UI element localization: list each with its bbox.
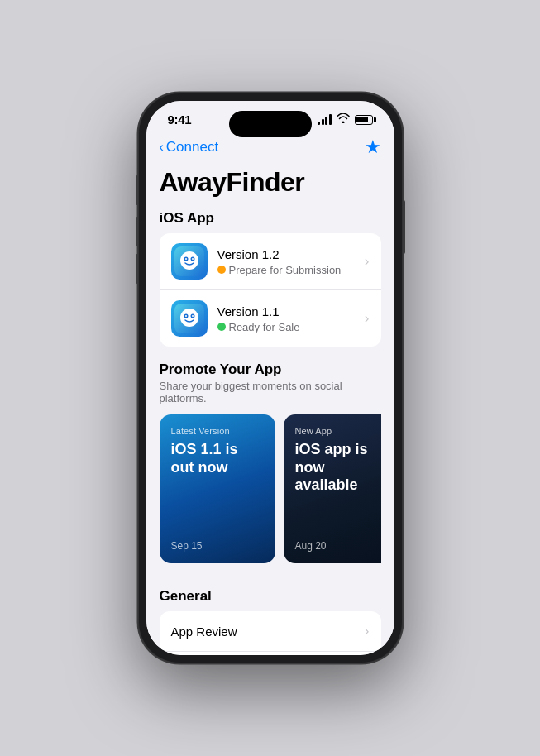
general-header: General [146,588,394,611]
version-row-2[interactable]: Version 1.1 Ready for Sale › [160,289,381,347]
general-section: General App Review › App Information › R… [146,573,394,655]
promote-card-1[interactable]: Latest Version iOS 1.1 is out now Sep 15 [160,414,275,563]
card-title-1: iOS 1.1 is out now [171,441,264,476]
promote-section: Promote Your App Share your biggest mome… [146,347,394,573]
version-status-text-2: Ready for Sale [229,321,300,333]
svg-point-1 [180,251,198,270]
card-title-2: iOS app is now available [295,441,381,495]
favorite-star-icon[interactable]: ★ [365,136,381,158]
versions-card: Version 1.2 Prepare for Submission › [160,233,381,347]
wifi-icon [337,113,350,126]
card-tag-2: New App [295,426,381,436]
row-chevron-1: › [365,253,370,270]
svg-point-11 [192,315,194,317]
phone-screen: 9:41 [146,101,394,655]
general-row-app-info[interactable]: App Information › [160,651,381,655]
back-label: Connect [166,139,218,156]
general-row-label-app-review: App Review [171,624,237,639]
dynamic-island [229,111,312,137]
card-date-1: Sep 15 [171,540,264,552]
chevron-app-review: › [365,623,370,639]
back-button[interactable]: ‹ Connect [160,139,219,156]
general-card: App Review › App Information › Ratings a… [160,611,381,655]
svg-point-7 [180,309,198,327]
app-title: AwayFinder [160,168,381,197]
version-info-2: Version 1.1 Ready for Sale [217,304,355,333]
version-status-2: Ready for Sale [217,321,355,333]
row-chevron-2: › [365,310,370,327]
promote-title: Promote Your App [160,361,381,378]
version-title-1: Version 1.2 [217,247,355,262]
back-chevron-icon: ‹ [160,140,164,155]
svg-point-10 [185,315,187,317]
version-status-1: Prepare for Submission [217,264,355,276]
card-date-2: Aug 20 [295,540,381,552]
general-row-app-review[interactable]: App Review › [160,611,381,651]
app-title-section: AwayFinder [146,161,394,207]
signal-icon [318,114,332,125]
app-icon-v11 [171,300,208,337]
promote-card-2[interactable]: New App iOS app is now available Aug 20 [284,414,381,563]
promote-subtitle: Share your biggest moments on social pla… [160,380,381,404]
app-icon-v12 [171,243,208,280]
phone-frame: 9:41 [138,93,403,663]
version-status-text-1: Prepare for Submission [229,264,342,276]
status-dot-yellow [217,266,226,274]
status-dot-green [217,323,226,331]
status-time: 9:41 [168,112,192,127]
status-icons [318,113,373,126]
svg-point-5 [192,258,194,260]
version-title-2: Version 1.1 [217,304,355,319]
promote-cards: Latest Version iOS 1.1 is out now Sep 15… [160,414,381,563]
main-content[interactable]: ‹ Connect ★ AwayFinder iOS App [146,130,394,655]
svg-point-4 [185,258,187,260]
card-tag-1: Latest Version [171,426,264,436]
version-info-1: Version 1.2 Prepare for Submission [217,247,355,276]
battery-icon [355,115,373,125]
ios-section-header: iOS App [146,207,394,233]
version-row-1[interactable]: Version 1.2 Prepare for Submission › [160,233,381,289]
